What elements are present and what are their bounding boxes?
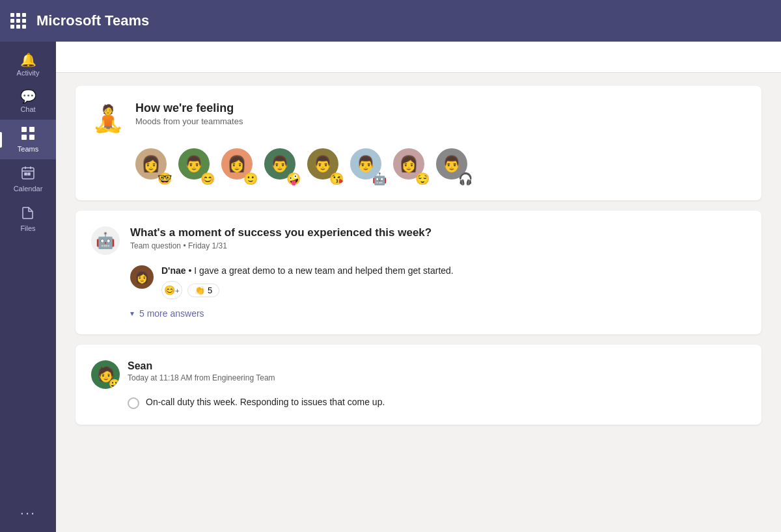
sidebar-item-chat[interactable]: 💬 Chat [0,83,56,120]
mood-emoji-8: 🎧 [458,173,473,185]
reaction-bar: 😊+ 👏 5 [161,281,454,299]
main-content: 🧘 How we're feeling Moods from your team… [56,42,781,532]
svg-rect-9 [28,173,30,175]
clap-reaction[interactable]: 👏 5 [187,284,219,297]
sidebar-label-files: Files [20,224,35,232]
chat-icon: 💬 [20,90,36,103]
teams-icon [21,126,35,142]
mood-emoji-1: 🤓 [158,173,172,185]
message-sender-info: Sean Today at 11:18 AM from Engineering … [128,360,275,382]
sidebar-item-activity[interactable]: 🔔 Activity [0,47,56,83]
mood-avatars-row: 👩 🤓 👨 😊 👩 🙂 👨 🤪 [91,148,746,185]
mood-emoji-3: 🙂 [243,173,258,185]
clap-emoji: 👏 [195,286,205,295]
svg-rect-3 [29,135,34,140]
more-answers-label: 5 more answers [139,308,204,319]
main-topbar [56,42,781,73]
sidebar-label-activity: Activity [17,69,40,77]
mood-card-title: How we're feeling [135,101,243,115]
question-card: 🤖 What's a moment of success you experie… [75,211,761,334]
sidebar: 🔔 Activity 💬 Chat Teams [0,42,56,532]
answer-avatar: 👩 [130,265,154,289]
message-text: On-call duty this week. Responding to is… [146,397,385,407]
mood-avatar-5[interactable]: 👨 😘 [307,148,344,185]
mood-card-icon: 🧘 [91,101,125,135]
app-title: Microsoft Teams [36,12,149,29]
question-header: 🤖 What's a moment of success you experie… [91,226,746,255]
mood-avatar-4[interactable]: 👨 🤪 [264,148,301,185]
mood-avatar-7[interactable]: 👩 😌 [393,148,430,185]
activity-icon: 🔔 [20,53,36,66]
mood-avatar-3[interactable]: 👩 🙂 [221,148,258,185]
mood-card-header: 🧘 How we're feeling Moods from your team… [91,101,746,135]
app-grid-icon[interactable] [10,13,26,29]
mood-emoji-4: 🤪 [286,173,301,185]
sidebar-item-calendar[interactable]: Calendar [0,159,56,199]
sidebar-label-calendar: Calendar [14,185,43,193]
answer-text: D'nae • I gave a great demo to a new tea… [161,265,454,276]
sidebar-label-chat: Chat [20,105,35,113]
mood-card: 🧘 How we're feeling Moods from your team… [75,86,761,200]
mood-emoji-2: 😊 [200,173,215,185]
clap-count: 5 [208,286,212,295]
avatar-overlay-emoji: 😀 [109,379,120,389]
svg-rect-1 [29,127,34,132]
content-area: 🧘 How we're feeling Moods from your team… [56,73,781,532]
message-meta: Today at 11:18 AM from Engineering Team [128,373,275,382]
answer-body: • I gave a great demo to a new team and … [186,265,454,276]
mood-avatar-2[interactable]: 👨 😊 [178,148,215,185]
chevron-down-icon: ▾ [130,309,134,318]
radio-circle-icon [128,397,139,409]
mood-card-subtitle: Moods from your teammates [135,116,243,126]
more-options[interactable]: ··· [20,505,36,522]
question-text-area: What's a moment of success you experienc… [130,226,432,250]
sidebar-item-files[interactable]: Files [0,199,56,239]
mood-emoji-6: 🤖 [372,173,387,185]
mood-emoji-5: 😘 [329,173,344,185]
sender-name: Sean [128,360,275,372]
question-bot-icon: 🤖 [91,226,120,255]
mood-avatar-1[interactable]: 👩 🤓 [135,148,172,185]
message-avatar: 🧑 😀 [91,360,120,389]
question-title: What's a moment of success you experienc… [130,226,432,239]
sidebar-item-teams[interactable]: Teams [0,120,56,159]
answer-content: D'nae • I gave a great demo to a new tea… [161,265,454,299]
more-answers-button[interactable]: ▾ 5 more answers [91,308,746,319]
add-reaction-button[interactable]: 😊+ [161,281,182,299]
mood-avatar-8[interactable]: 👨 🎧 [436,148,473,185]
mood-avatar-6[interactable]: 👨 🤖 [350,148,387,185]
answer-row: 👩 D'nae • I gave a great demo to a new t… [91,265,746,299]
sidebar-label-teams: Teams [18,145,38,153]
mood-card-title-area: How we're feeling Moods from your teamma… [135,101,243,126]
files-icon [21,206,35,222]
mood-emoji-7: 😌 [415,173,430,185]
message-header: 🧑 😀 Sean Today at 11:18 AM from Engineer… [91,360,746,389]
message-card: 🧑 😀 Sean Today at 11:18 AM from Engineer… [75,345,761,425]
message-body: On-call duty this week. Responding to is… [91,397,746,409]
app-header: Microsoft Teams [0,0,781,42]
app-body: 🔔 Activity 💬 Chat Teams [0,42,781,532]
question-meta: Team question • Friday 1/31 [130,241,432,250]
svg-rect-2 [21,135,27,140]
answer-name: D'nae [161,265,186,276]
svg-rect-0 [21,127,27,132]
calendar-icon [21,166,35,182]
svg-rect-8 [25,173,27,175]
